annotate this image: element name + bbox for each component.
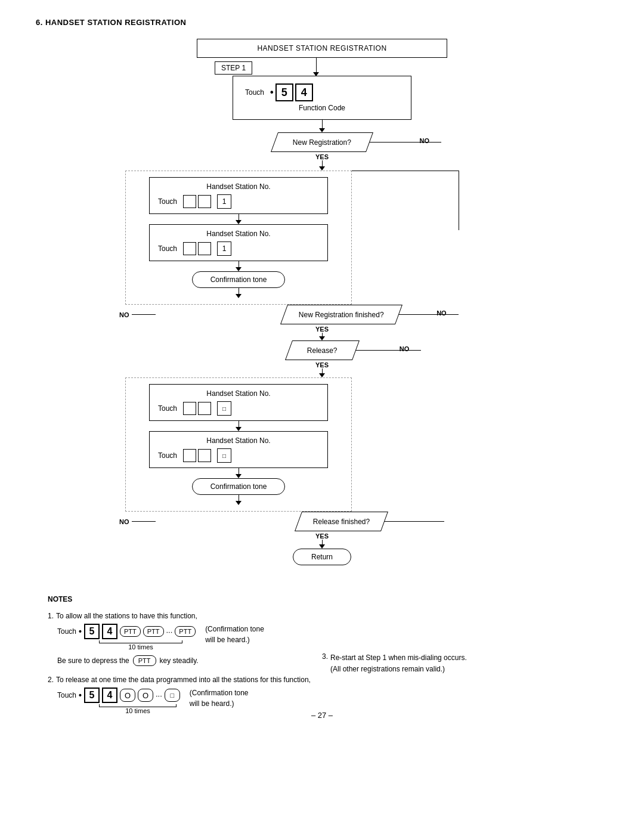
note-1-confirmation: (Confirmation tone will be heard.) (205, 624, 264, 645)
page-title: 6. HANDSET STATION REGISTRATION (36, 18, 608, 27)
note-2-number: 2. (48, 676, 54, 684)
hs-box-2: Handset Station No. Touch 1 (149, 224, 328, 261)
touch-keys: • 5 4 (270, 83, 313, 101)
note-1-number: 1. (48, 612, 54, 620)
touch-function-code-box: Touch • 5 4 Function Code (233, 76, 411, 120)
note-1-times: 10 times (99, 643, 182, 651)
touch-label: Touch (245, 88, 264, 97)
hs-key-1: 1 (217, 194, 231, 209)
yes-label-2: YES (315, 326, 329, 333)
note-3-number: 3. (322, 652, 328, 675)
step1-label: STEP 1 (215, 61, 252, 75)
yes-branch-box: Handset Station No. Touch 1 Handset Stat… (125, 171, 352, 305)
yes-label-1: YES (315, 153, 329, 160)
hs-key-4: □ (217, 448, 231, 463)
hs-key-2: 1 (217, 241, 231, 256)
hs-key-3: □ (217, 401, 231, 416)
return-box: Return (293, 549, 351, 565)
hs-box-3: Handset Station No. Touch □ (149, 384, 328, 421)
no-label-2r: NO (436, 309, 447, 317)
hs-box-1: Handset Station No. Touch 1 (149, 177, 328, 214)
ptt-key-3: PTT (175, 626, 196, 637)
note-3: 3. Re-start at Step 1 when mis-dialing o… (322, 652, 596, 675)
new-registration-diamond: New Registration? NO (274, 132, 370, 152)
key-4: 4 (295, 83, 313, 101)
hs-key-blank-3b (198, 402, 211, 415)
hs-key-blank-4a (183, 449, 196, 462)
ptt-key-1: PTT (120, 626, 141, 637)
note-2-times: 10 times (99, 707, 177, 714)
note-1-text: To allow all the stations to have this f… (56, 612, 197, 620)
zero-key-3: □ (165, 689, 180, 702)
note-2-touch-row: Touch • 5 4 O O ··· □ (57, 688, 180, 703)
new-reg-finished-diamond: New Registration finished? NO (284, 305, 399, 324)
release-finished-diamond: Release finished? (298, 512, 385, 531)
ptt-key-steadily: PTT (133, 655, 156, 666)
hs-box-4: Handset Station No. Touch □ (149, 431, 328, 468)
hs-key-blank-2b (198, 242, 211, 255)
hs-key-blank-1a (183, 195, 196, 208)
no-label-1: NO (420, 137, 430, 144)
yes-label-3: YES (315, 361, 329, 368)
zero-key-2: O (138, 689, 153, 702)
flowchart-container: HANDSET STATION REGISTRATION STEP 1 Touc… (95, 39, 549, 565)
hs-key-blank-2a (183, 242, 196, 255)
function-code-label: Function Code (245, 104, 399, 112)
hs-key-blank-4b (198, 449, 211, 462)
note-2-text: To release at one time the data programm… (56, 676, 311, 684)
yes-label-4: YES (315, 532, 329, 540)
no-label-3: NO (400, 345, 410, 352)
notes-title: NOTES (48, 595, 596, 603)
hs-key-blank-3a (183, 402, 196, 415)
note-1-touch-row: Touch • 5 4 PTT PTT ··· PTT (57, 624, 196, 639)
note-3-text: Re-start at Step 1 when mis-dialing occu… (330, 652, 467, 675)
hs-key-blank-1b (198, 195, 211, 208)
fc-title-box: HANDSET STATION REGISTRATION (197, 39, 447, 58)
no-label-2: NO (119, 311, 129, 318)
no-label-4: NO (119, 518, 129, 525)
flowchart: HANDSET STATION REGISTRATION STEP 1 Touc… (95, 39, 549, 565)
zero-key-1: O (120, 689, 135, 702)
ptt-key-2: PTT (143, 626, 164, 637)
release-diamond: Release? NO (289, 340, 356, 360)
note-2-confirmation: (Confirmation tone will be heard.) (190, 688, 249, 709)
note-2: 2. To release at one time the data progr… (48, 676, 596, 714)
notes-section: NOTES 1. To allow all the stations to ha… (36, 595, 608, 675)
confirmation-tone-1: Confirmation tone (192, 271, 286, 288)
key-5: 5 (275, 83, 293, 101)
release-yes-branch-box: Handset Station No. Touch □ Handset Stat… (125, 377, 352, 512)
confirmation-tone-2: Confirmation tone (192, 478, 286, 495)
